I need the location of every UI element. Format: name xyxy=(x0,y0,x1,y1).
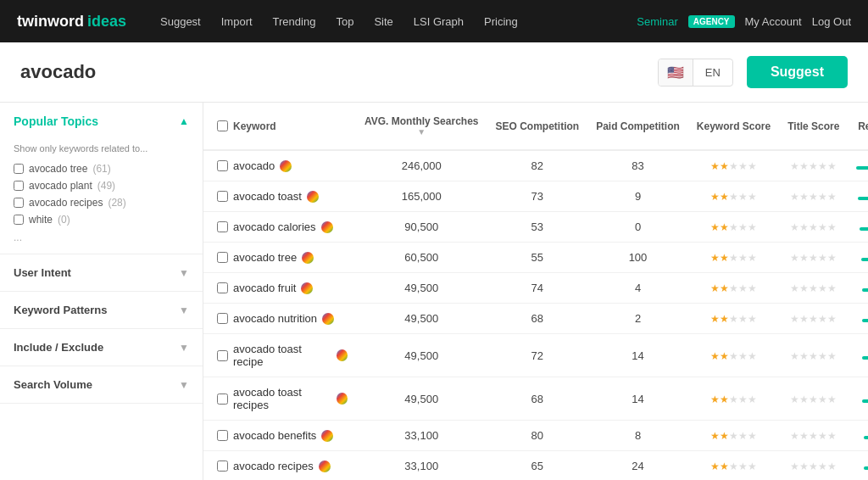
th-seo-competition[interactable]: SEO Competition xyxy=(487,103,587,150)
star-icon: ★ xyxy=(748,160,757,172)
nav-my-account-link[interactable]: My Account xyxy=(745,15,802,28)
keyword-cell: avocado nutrition xyxy=(203,304,356,334)
title-score-cell: ★★★★★ xyxy=(779,273,848,304)
sidebar-section-header-popular-topics[interactable]: Popular Topics▲ xyxy=(0,103,203,140)
nav-link-trending[interactable]: Trending xyxy=(264,10,325,33)
google-icon[interactable] xyxy=(307,191,319,203)
row-checkbox[interactable] xyxy=(217,350,228,361)
star-icon: ★ xyxy=(738,221,748,233)
sidebar-section-keyword-patterns: Keyword Patterns▼ xyxy=(0,292,203,329)
keyword-cell: avocado calories xyxy=(203,212,356,243)
google-icon[interactable] xyxy=(337,393,348,405)
row-checkbox[interactable] xyxy=(217,191,228,202)
keyword-text[interactable]: avocado benefits xyxy=(233,429,316,442)
sidebar-section-header-include-exclude[interactable]: Include / Exclude▼ xyxy=(0,329,203,366)
nav-link-top[interactable]: Top xyxy=(327,10,362,33)
nav-logout-link[interactable]: Log Out xyxy=(812,15,851,28)
topic-item[interactable]: white (0) xyxy=(14,211,189,228)
star-icon: ★ xyxy=(748,282,757,294)
star-icon: ★ xyxy=(818,252,827,264)
lang-code: EN xyxy=(693,61,732,84)
star-icon: ★ xyxy=(790,252,799,264)
row-checkbox[interactable] xyxy=(217,221,228,232)
star-icon: ★ xyxy=(790,160,799,172)
relevance-cell xyxy=(848,181,868,212)
row-checkbox[interactable] xyxy=(217,282,228,293)
sidebar-section-header-keyword-patterns[interactable]: Keyword Patterns▼ xyxy=(0,292,203,328)
star-icon: ★ xyxy=(799,191,809,203)
nav-seminar-link[interactable]: Seminar xyxy=(637,15,677,28)
topic-checkbox[interactable] xyxy=(14,164,24,174)
topic-checkbox[interactable] xyxy=(14,215,24,225)
row-checkbox[interactable] xyxy=(217,430,228,441)
sidebar-section-content-popular-topics: Show only keywords related to...avocado … xyxy=(0,140,203,254)
nav-link-pricing[interactable]: Pricing xyxy=(476,10,526,33)
star-icon: ★ xyxy=(748,252,757,264)
th-title-score[interactable]: Title Score xyxy=(779,103,848,150)
google-icon[interactable] xyxy=(322,313,334,325)
topic-item[interactable]: avocado tree (61) xyxy=(14,160,189,177)
table-row: avocado nutrition49,500682★★★★★★★★★★ xyxy=(203,304,868,334)
keyword-text[interactable]: avocado xyxy=(233,159,275,172)
nav-right: Seminar AGENCY My Account Log Out xyxy=(637,15,851,28)
row-checkbox[interactable] xyxy=(217,393,228,405)
star-icon: ★ xyxy=(809,160,818,172)
title-score-cell: ★★★★★ xyxy=(779,150,848,181)
monthly-searches-cell: 90,500 xyxy=(356,212,487,243)
nav-link-suggest[interactable]: Suggest xyxy=(152,10,209,33)
row-checkbox[interactable] xyxy=(217,252,228,263)
topic-item[interactable]: avocado plant (49) xyxy=(14,177,189,194)
google-icon[interactable] xyxy=(302,252,314,264)
paid-competition-cell: 9 xyxy=(587,181,688,212)
keyword-text[interactable]: avocado toast xyxy=(233,190,302,203)
title-score-cell: ★★★★★ xyxy=(779,451,848,481)
star-icon: ★ xyxy=(710,313,720,325)
keyword-text[interactable]: avocado nutrition xyxy=(233,312,317,325)
paid-competition-cell: 24 xyxy=(587,451,688,481)
th-keyword-score[interactable]: Keyword Score xyxy=(688,103,779,150)
paid-competition-cell: 14 xyxy=(587,377,688,421)
nav-link-import[interactable]: Import xyxy=(213,10,261,33)
keyword-text[interactable]: avocado toast recipe xyxy=(233,343,331,368)
topic-checkbox[interactable] xyxy=(14,181,24,191)
language-selector[interactable]: 🇺🇸 EN xyxy=(658,59,733,87)
star-icon: ★ xyxy=(827,160,837,172)
star-icon: ★ xyxy=(818,460,827,472)
star-icon: ★ xyxy=(729,160,738,172)
google-icon[interactable] xyxy=(321,430,333,442)
star-icon: ★ xyxy=(827,252,837,264)
star-icon: ★ xyxy=(827,282,837,294)
th-relevance[interactable]: Relevance xyxy=(848,103,868,150)
keyword-text[interactable]: avocado toast recipes xyxy=(233,386,331,411)
suggest-button[interactable]: Suggest xyxy=(747,56,848,88)
sidebar-section-header-user-intent[interactable]: User Intent▼ xyxy=(0,254,203,291)
keyword-text[interactable]: avocado recipes xyxy=(233,460,314,472)
row-checkbox[interactable] xyxy=(217,460,228,472)
keyword-text[interactable]: avocado tree xyxy=(233,251,297,264)
select-all-checkbox[interactable] xyxy=(217,120,228,131)
google-icon[interactable] xyxy=(337,349,348,361)
keyword-text[interactable]: avocado fruit xyxy=(233,282,296,294)
row-checkbox[interactable] xyxy=(217,313,228,324)
nav-link-lsi graph[interactable]: LSI Graph xyxy=(405,10,472,33)
google-icon[interactable] xyxy=(301,282,313,294)
th-avg-monthly[interactable]: AVG. Monthly Searches ▼ xyxy=(356,103,487,150)
th-paid-competition[interactable]: Paid Competition xyxy=(587,103,688,150)
keyword-score-cell: ★★★★★ xyxy=(688,451,779,481)
logo[interactable]: twinword ideas xyxy=(17,13,126,31)
row-checkbox[interactable] xyxy=(217,160,228,171)
google-icon[interactable] xyxy=(319,460,331,472)
keyword-text[interactable]: avocado calories xyxy=(233,220,316,233)
nav-link-site[interactable]: Site xyxy=(365,10,401,33)
paid-competition-cell: 83 xyxy=(587,150,688,181)
google-icon[interactable] xyxy=(321,221,333,233)
nav-agency-badge: AGENCY xyxy=(688,15,735,28)
star-icon: ★ xyxy=(799,313,809,325)
star-icon: ★ xyxy=(809,460,818,472)
topic-checkbox[interactable] xyxy=(14,198,24,208)
relevance-bar xyxy=(864,436,868,439)
sidebar-section-header-search-volume[interactable]: Search Volume▼ xyxy=(0,366,203,403)
star-icon: ★ xyxy=(710,350,720,362)
google-icon[interactable] xyxy=(280,160,292,172)
topic-item[interactable]: avocado recipes (28) xyxy=(14,194,189,211)
